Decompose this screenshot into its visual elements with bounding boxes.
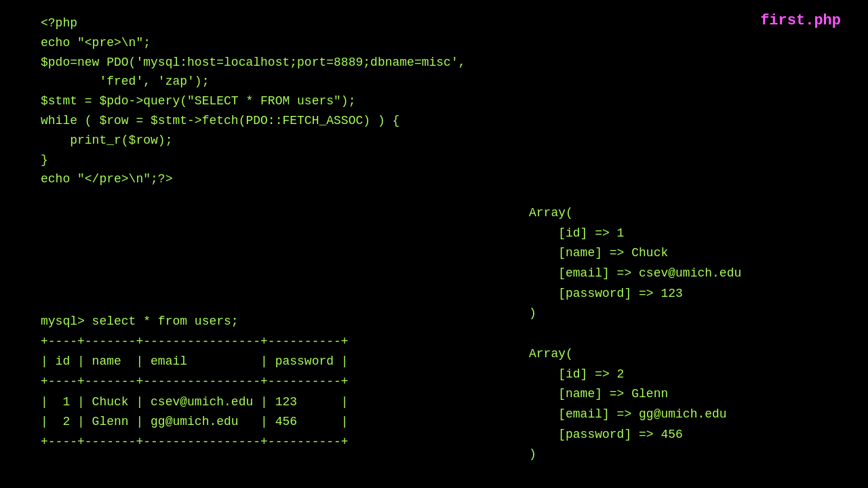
code-line-2: echo "<pre>\n"; xyxy=(41,33,466,53)
code-line-9: while ( $row = $stmt->fetch(PDO::FETCH_A… xyxy=(41,111,466,131)
array2-name: [name] => Glenn xyxy=(529,384,741,405)
array1-id: [id] => 1 xyxy=(529,224,741,244)
array1-email: [email] => csev@umich.edu xyxy=(529,264,741,284)
terminal-border-bot: +----+-------+----------------+---------… xyxy=(41,432,349,453)
array1-password: [password] => 123 xyxy=(529,284,741,304)
terminal-command: mysql> select * from users; xyxy=(41,312,349,332)
array2-password: [password] => 456 xyxy=(529,425,741,445)
terminal-row1: | 1 | Chuck | csev@umich.edu | 123 | xyxy=(41,392,349,413)
terminal-border-top: +----+-------+----------------+---------… xyxy=(41,332,349,352)
code-line-1: <?php xyxy=(41,14,466,33)
filename-label: first.php xyxy=(760,12,841,29)
output-arrays: Array( [id] => 1 [name] => Chuck [email]… xyxy=(529,203,741,465)
array2-header: Array( xyxy=(529,344,741,365)
array1-name: [name] => Chuck xyxy=(529,243,741,264)
array1-footer: ) xyxy=(529,304,741,324)
code-line-5: 'fred', 'zap'); xyxy=(41,72,466,92)
array2-id: [id] => 2 xyxy=(529,365,741,385)
code-line-15: echo "</pre>\n";?> xyxy=(41,169,466,189)
array2-footer: ) xyxy=(529,445,741,465)
terminal-row2: | 2 | Glenn | gg@umich.edu | 456 | xyxy=(41,412,349,432)
code-line-4: $pdo=new PDO('mysql:host=localhost;port=… xyxy=(41,53,466,73)
code-line-7: $stmt = $pdo->query("SELECT * FROM users… xyxy=(41,92,466,111)
terminal-header-row: | id | name | email | password | xyxy=(41,352,349,372)
code-block: <?php echo "<pre>\n"; $pdo=new PDO('mysq… xyxy=(41,14,466,189)
terminal-block: mysql> select * from users; +----+------… xyxy=(41,312,349,453)
array2-email: [email] => gg@umich.edu xyxy=(529,405,741,425)
array1-header: Array( xyxy=(529,203,741,224)
array-spacer xyxy=(529,324,741,344)
code-line-13: } xyxy=(41,150,466,170)
code-line-11: print_r($row); xyxy=(41,131,466,150)
terminal-border-mid: +----+-------+----------------+---------… xyxy=(41,372,349,392)
